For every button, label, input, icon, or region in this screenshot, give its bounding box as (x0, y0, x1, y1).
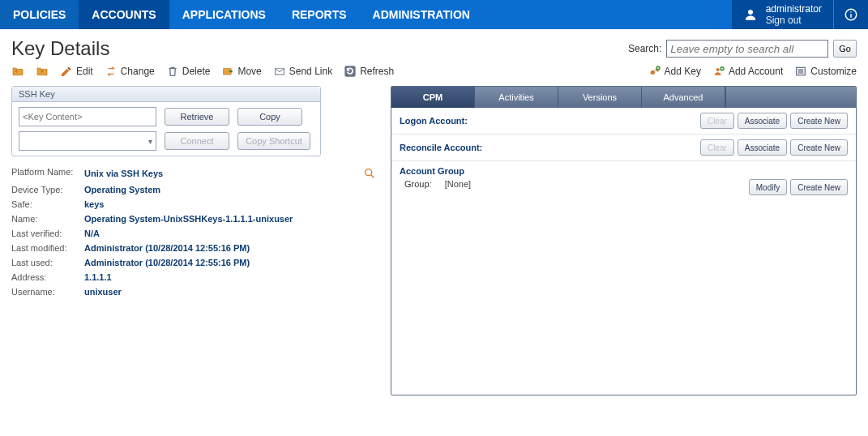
detail-row: Last used:Administrator (10/28/2014 12:5… (11, 255, 376, 270)
ssh-key-panel-title: SSH Key (12, 87, 320, 102)
toolbar-change[interactable]: Change (105, 65, 155, 78)
svg-point-15 (366, 169, 372, 176)
top-nav: POLICIES ACCOUNTS APPLICATIONS REPORTS A… (0, 0, 868, 29)
copy-shortcut-button[interactable]: Copy Shortcut (237, 132, 310, 150)
reconcile-account-label: Reconcile Account: (400, 143, 694, 152)
toolbar-change-label: Change (121, 66, 155, 77)
nav-accounts[interactable]: ACCOUNTS (79, 0, 169, 29)
logon-clear-button[interactable]: Clear (700, 113, 734, 129)
nav-policies[interactable]: POLICIES (0, 0, 79, 29)
swap-icon (105, 65, 118, 78)
signout-link[interactable]: Sign out (766, 15, 822, 26)
logon-account-label: Logon Account: (400, 116, 694, 126)
nav-administration[interactable]: ADMINISTRATION (360, 0, 483, 29)
logon-create-button[interactable]: Create New (790, 113, 848, 129)
reconcile-account-section: Reconcile Account: Clear Associate Creat… (391, 135, 856, 161)
logon-account-section: Logon Account: Clear Associate Create Ne… (391, 108, 856, 135)
tab-versions[interactable]: Versions (558, 87, 642, 108)
toolbar-sendlink-label: Send Link (289, 66, 332, 77)
toolbar-refresh[interactable]: Refresh (344, 65, 394, 78)
account-group-title: Account Group (400, 166, 742, 176)
folder-arrow-right-icon (36, 65, 49, 78)
svg-point-0 (748, 10, 753, 15)
toolbar-delete[interactable]: Delete (166, 65, 211, 78)
toolbar-delete-label: Delete (182, 66, 211, 77)
search-input[interactable] (666, 40, 828, 58)
reconcile-associate-button[interactable]: Associate (738, 139, 787, 156)
svg-point-7 (650, 71, 654, 75)
group-value: [None] (445, 179, 471, 189)
svg-point-9 (716, 68, 720, 71)
key-plus-icon (648, 65, 661, 78)
move-icon (221, 65, 234, 78)
tab-cpm[interactable]: CPM (391, 87, 475, 108)
search-go-button[interactable]: Go (833, 40, 857, 58)
retrieve-button[interactable]: Retrieve (165, 108, 229, 126)
info-button[interactable] (833, 0, 868, 29)
detail-row: Last modified:Administrator (10/28/2014 … (11, 241, 376, 255)
toolbar-next[interactable] (36, 65, 49, 78)
refresh-icon (344, 65, 357, 78)
toolbar-edit[interactable]: Edit (60, 65, 93, 78)
tab-bar: CPM Activities Versions Advanced (391, 87, 856, 108)
reconcile-clear-button[interactable]: Clear (700, 139, 734, 156)
magnifier-icon[interactable] (363, 167, 376, 180)
details-list: Platform Name: Unix via SSH Keys Device … (11, 165, 376, 299)
info-icon (844, 7, 858, 22)
nav-reports[interactable]: REPORTS (279, 0, 360, 29)
toolbar-addkey-label: Add Key (665, 66, 701, 77)
ssh-key-panel: SSH Key Retrieve Copy ▾ Connect Copy Sho… (11, 86, 321, 156)
toolbar-addaccount[interactable]: Add Account (712, 65, 783, 78)
user-name: administrator (766, 3, 822, 15)
toolbar-move[interactable]: Move (221, 65, 261, 78)
toolbar-customize[interactable]: Customize (794, 65, 857, 78)
detail-row: Device Type:Operating System (11, 182, 376, 197)
toolbar-sendlink[interactable]: Send Link (273, 65, 332, 78)
cpm-panel: CPM Activities Versions Advanced Logon A… (391, 86, 857, 395)
folder-arrow-left-icon (11, 65, 24, 78)
detail-row: Username:unixuser (11, 284, 376, 299)
detail-row: Platform Name: Unix via SSH Keys (11, 165, 376, 182)
nav-applications[interactable]: APPLICATIONS (169, 0, 279, 29)
svg-line-16 (371, 175, 374, 177)
connect-button[interactable]: Connect (165, 132, 229, 150)
detail-row: Name:Operating System-UnixSSHKeys-1.1.1.… (11, 212, 376, 226)
user-plus-icon (712, 65, 725, 78)
detail-row: Last verified:N/A (11, 226, 376, 241)
toolbar: Edit Change Delete Move Send Link Refres… (0, 62, 868, 86)
detail-value: Unix via SSH Keys (84, 169, 163, 178)
toolbar-addkey[interactable]: Add Key (648, 65, 701, 78)
detail-row: Safe:keys (11, 197, 376, 212)
detail-label: Platform Name: (11, 167, 84, 180)
toolbar-move-label: Move (237, 66, 261, 77)
search-wrap: Search: Go (628, 40, 857, 58)
mail-icon (273, 65, 286, 78)
search-label: Search: (628, 43, 661, 54)
svg-point-3 (850, 11, 852, 13)
trash-icon (166, 65, 179, 78)
header-row: Key Details Search: Go (0, 29, 868, 62)
key-content-input[interactable] (19, 107, 156, 126)
reconcile-create-button[interactable]: Create New (790, 139, 848, 156)
list-icon (794, 65, 807, 78)
group-modify-button[interactable]: Modify (749, 179, 787, 195)
pencil-icon (60, 65, 73, 78)
group-label: Group: (404, 179, 432, 189)
toolbar-prev[interactable] (11, 65, 24, 78)
group-create-button[interactable]: Create New (790, 179, 848, 195)
tab-advanced[interactable]: Advanced (642, 87, 725, 108)
page-title: Key Details (11, 37, 628, 60)
logon-associate-button[interactable]: Associate (738, 113, 787, 129)
account-group-section: Account Group Group: [None] Modify Creat… (391, 161, 856, 200)
user-icon (743, 7, 758, 22)
user-box: administrator Sign out (732, 0, 833, 29)
svg-rect-6 (344, 66, 355, 76)
toolbar-customize-label: Customize (810, 66, 857, 77)
connect-select[interactable]: ▾ (19, 131, 156, 151)
detail-row: Address:1.1.1.1 (11, 270, 376, 284)
tab-activities[interactable]: Activities (475, 87, 558, 108)
toolbar-refresh-label: Refresh (360, 66, 394, 77)
copy-button[interactable]: Copy (237, 108, 302, 126)
chevron-down-icon: ▾ (148, 137, 152, 146)
toolbar-edit-label: Edit (76, 66, 93, 77)
